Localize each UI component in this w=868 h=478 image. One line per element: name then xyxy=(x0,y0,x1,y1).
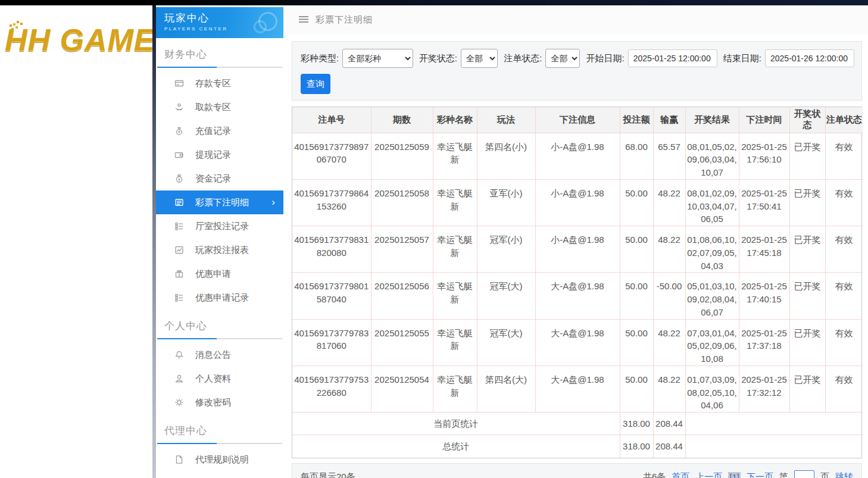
lottery-type-label: 彩种类型: xyxy=(301,53,339,64)
table-cell: 401569173779831820080 xyxy=(292,226,371,273)
jump-action-link[interactable]: 跳转 xyxy=(835,471,853,478)
table-cell: 已开奖 xyxy=(789,133,825,179)
table-row: 40156917377983182008020250125057幸运飞艇新冠军(… xyxy=(292,226,863,273)
table-body: 40156917377989706707020250125059幸运飞艇新第四名… xyxy=(292,133,863,458)
table-cell: 401569173779864153260 xyxy=(292,179,371,226)
current-page-indicator[interactable]: [1] xyxy=(728,472,741,478)
next-page-link[interactable]: 下一页 xyxy=(747,471,773,478)
table-cell: 冠军(小) xyxy=(477,226,535,273)
sidebar-item[interactable]: 优惠申请 xyxy=(156,262,283,286)
content-header: 彩票下注明细 xyxy=(282,5,868,35)
sidebar-item-label: 消息公告 xyxy=(195,349,231,361)
deposit-card-icon xyxy=(174,79,185,88)
table-cell: 50.00 xyxy=(620,226,653,273)
money-bag-icon xyxy=(174,126,185,136)
sidebar-item-label: 资金记录 xyxy=(195,173,231,185)
table-cell: 2025-01-25 17:50:41 xyxy=(739,179,789,226)
table-cell: 2025-01-25 17:32:12 xyxy=(739,365,789,412)
coin-purse-icon xyxy=(174,174,185,183)
sidebar-item-label: 充值记录 xyxy=(195,126,231,137)
draw-status-select[interactable]: 全部 xyxy=(461,49,498,68)
sidebar-item[interactable]: 资金记录 xyxy=(156,167,283,190)
sidebar-item[interactable]: 提现记录 xyxy=(156,143,283,167)
table-header-row: 注单号期数彩种名称玩法下注信息投注额输赢开奖结果下注时间开奖状态注单状态 xyxy=(292,107,863,133)
person-icon xyxy=(174,374,185,383)
table-cell: 有效 xyxy=(825,179,863,226)
page: HH GAME 玩家中心 PLAYERS CENTER 财务中心存款专区取款专区… xyxy=(0,0,868,478)
lottery-type-select[interactable]: 全部彩种 xyxy=(342,49,413,68)
sidebar-nav: 财务中心存款专区取款专区充值记录提现记录资金记录彩票下注明细›厅室投注记录玩家投… xyxy=(156,48,283,478)
total-count-text: 共6条 xyxy=(643,471,666,478)
first-page-link[interactable]: 首页 xyxy=(672,471,689,478)
table-row: 40156917377980158704020250125056幸运飞艇新冠军(… xyxy=(292,273,863,319)
sidebar-item[interactable]: 厅室投注记录 xyxy=(156,214,283,238)
order-status-select[interactable]: 全部 xyxy=(545,49,580,68)
brand-logo: HH GAME xyxy=(5,22,152,58)
table-cell: 幸运飞艇新 xyxy=(433,365,477,412)
table-cell: 50.00 xyxy=(620,365,653,412)
sidebar-item[interactable]: 修改密码 xyxy=(156,390,283,414)
sidebar-item[interactable]: 充值记录 xyxy=(156,119,283,143)
table-cell: 有效 xyxy=(825,365,863,412)
table-row: 40156917377975322668020250125054幸运飞艇新第四名… xyxy=(292,365,863,412)
table-cell: 2025-01-25 17:45:18 xyxy=(739,226,789,273)
table-cell: 亚军(小) xyxy=(477,179,535,226)
table-cell: 已开奖 xyxy=(789,226,825,273)
sidebar-item[interactable]: 存款专区 xyxy=(156,71,283,95)
page-size-text: 每页显示20条 xyxy=(301,471,355,478)
end-date-input[interactable] xyxy=(765,49,854,67)
sidebar-item[interactable]: 玩家投注报表 xyxy=(156,238,283,262)
table-cell: 幸运飞艇新 xyxy=(433,273,477,319)
table-cell: 2025-01-25 17:37:18 xyxy=(739,319,789,365)
sidebar-item[interactable]: 消息公告 xyxy=(156,343,283,367)
prev-page-link[interactable]: 上一页 xyxy=(695,471,722,478)
sidebar-item-label: 彩票下注明细 xyxy=(195,197,249,208)
top-window-bar xyxy=(0,0,868,5)
start-date-input[interactable] xyxy=(628,49,717,67)
column-header: 注单号 xyxy=(292,107,371,133)
table-cell: 01,08,06,10,02,07,09,05,04,03 xyxy=(685,226,739,273)
wallet-icon xyxy=(174,150,185,160)
table-cell: 48.22 xyxy=(653,365,685,412)
table-cell: 20250125059 xyxy=(371,133,433,179)
report-chart-icon xyxy=(174,245,185,255)
sidebar-item[interactable]: 个人资料 xyxy=(156,367,283,390)
sidebar-item[interactable]: 代理规则说明 xyxy=(156,448,283,471)
sidebar-item-label: 修改密码 xyxy=(195,397,231,408)
page-jump-input[interactable] xyxy=(794,470,814,478)
summary-bet-total: 318.00 xyxy=(620,413,653,435)
table-cell: 50.00 xyxy=(620,319,653,365)
summary-empty-cell xyxy=(685,435,863,458)
sidebar-section-underline xyxy=(157,443,282,444)
sidebar: 玩家中心 PLAYERS CENTER 财务中心存款专区取款专区充值记录提现记录… xyxy=(156,7,283,478)
column-header: 玩法 xyxy=(477,107,535,133)
room-records-icon xyxy=(174,221,185,231)
table-cell: 08,01,02,09,10,03,04,07,06,05 xyxy=(685,179,739,226)
table-cell: 08,01,05,02,09,06,03,04,10,07 xyxy=(685,133,739,179)
sidebar-item[interactable]: 取款专区 xyxy=(156,95,283,119)
pagination-bar: 每页显示20条 共6条 首页 上一页 [1] 下一页 第 页 跳转 xyxy=(292,463,862,478)
table-cell: 68.00 xyxy=(620,133,653,179)
search-button[interactable]: 查询 xyxy=(301,74,330,94)
promo-apply-icon xyxy=(174,269,185,279)
sidebar-item-label: 厅室投注记录 xyxy=(195,221,249,232)
jump-prefix-label: 第 xyxy=(779,471,788,478)
hamburger-menu-icon[interactable] xyxy=(299,15,308,26)
table-cell: 小-A盘@1.98 xyxy=(535,226,620,273)
sidebar-section-title: 财务中心 xyxy=(164,48,283,61)
start-date-label: 开始日期: xyxy=(586,53,625,64)
sidebar-item[interactable]: 优惠申请记录 xyxy=(156,286,283,310)
sidebar-item[interactable]: 代理团队统计 xyxy=(156,471,283,478)
table-cell: 大-A盘@1.98 xyxy=(535,365,620,412)
summary-empty-cell xyxy=(685,413,863,435)
pagination-controls: 共6条 首页 上一页 [1] 下一页 第 页 跳转 xyxy=(643,470,853,478)
sidebar-item[interactable]: 彩票下注明细› xyxy=(156,190,283,214)
draw-status-label: 开奖状态: xyxy=(419,53,457,64)
table-cell: 幸运飞艇新 xyxy=(433,319,477,365)
table-cell: 50.00 xyxy=(620,179,653,226)
table-cell: 20250125055 xyxy=(371,319,433,365)
summary-row: 当前页统计318.00208.44 xyxy=(292,413,863,435)
table-row: 40156917377986415326020250125058幸运飞艇新亚军(… xyxy=(292,179,863,226)
sidebar-section-title: 代理中心 xyxy=(164,424,283,438)
end-date-label: 结束日期: xyxy=(723,53,761,64)
